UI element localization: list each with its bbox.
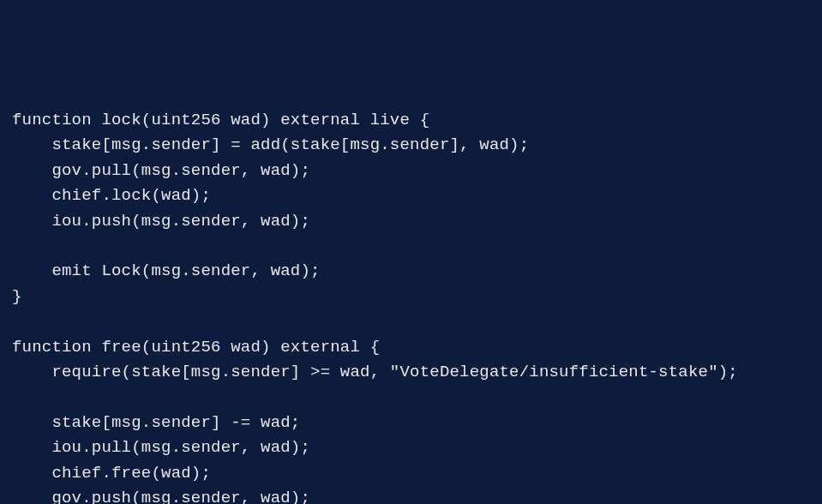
code-line: gov.pull(msg.sender, wad); (12, 161, 310, 180)
code-line: iou.pull(msg.sender, wad); (12, 438, 310, 457)
code-line: function free(uint256 wad) external { (12, 338, 380, 357)
code-line: emit Lock(msg.sender, wad); (12, 261, 321, 280)
code-line: } (12, 287, 22, 306)
code-snippet: function lock(uint256 wad) external live… (12, 108, 810, 504)
code-line: chief.free(wad); (12, 464, 211, 483)
code-line: stake[msg.sender] -= wad; (12, 413, 300, 432)
code-line: stake[msg.sender] = add(stake[msg.sender… (12, 135, 529, 154)
code-line: chief.lock(wad); (12, 186, 211, 205)
code-line: gov.push(msg.sender, wad); (12, 489, 310, 504)
code-line: function lock(uint256 wad) external live… (12, 111, 429, 129)
code-line: require(stake[msg.sender] >= wad, "VoteD… (12, 363, 738, 381)
code-line: iou.push(msg.sender, wad); (12, 212, 310, 231)
